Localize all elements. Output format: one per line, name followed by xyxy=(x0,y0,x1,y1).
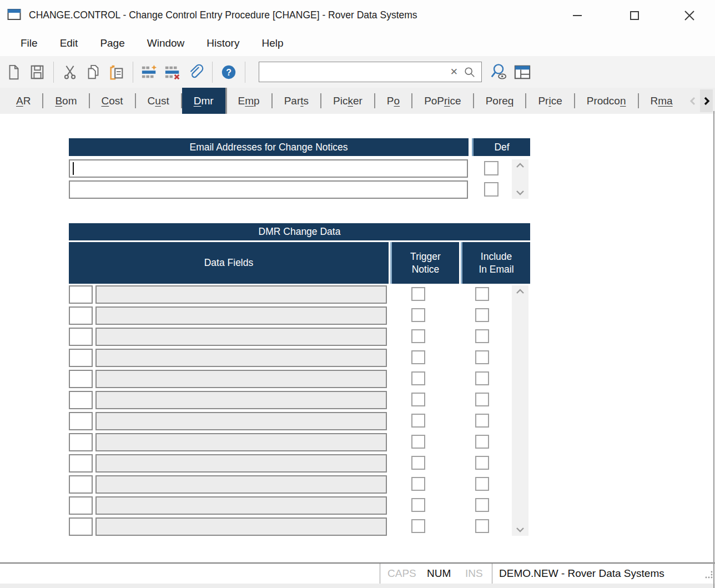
layout-button[interactable] xyxy=(511,60,534,84)
trigger-notice-checkbox[interactable] xyxy=(411,456,425,470)
dmr-field-code-input[interactable] xyxy=(69,496,93,515)
tab-bom[interactable]: Bom xyxy=(43,88,88,114)
menu-page[interactable]: Page xyxy=(89,31,135,56)
trigger-notice-checkbox[interactable] xyxy=(411,308,425,322)
paste-button[interactable] xyxy=(105,60,128,84)
dmr-field-name-display xyxy=(95,328,387,346)
def-checkbox[interactable] xyxy=(484,182,499,197)
include-email-checkbox[interactable] xyxy=(475,477,489,491)
dmr-field-code-input[interactable] xyxy=(69,433,93,451)
email-scrollbar[interactable] xyxy=(512,159,528,199)
dmr-field-code-input[interactable] xyxy=(69,285,93,304)
tab-accelerator: B xyxy=(55,95,62,107)
trigger-notice-checkbox[interactable] xyxy=(411,371,425,385)
menu-history[interactable]: History xyxy=(195,31,250,56)
close-button[interactable] xyxy=(669,0,709,31)
search-input[interactable] xyxy=(265,64,445,81)
trigger-notice-checkbox[interactable] xyxy=(411,414,425,428)
menu-help[interactable]: Help xyxy=(250,31,294,56)
email-address-input[interactable] xyxy=(70,160,467,177)
trigger-notice-checkbox[interactable] xyxy=(411,393,425,406)
app-window: CHANGE.CONTROL - Change Control Entry Pr… xyxy=(0,0,715,588)
email-input-wrap xyxy=(69,159,468,178)
scroll-down-icon[interactable] xyxy=(515,189,525,196)
tab-ar[interactable]: AR xyxy=(4,88,42,114)
new-document-button[interactable] xyxy=(2,60,26,84)
include-email-checkbox[interactable] xyxy=(475,414,489,428)
tab-poprice[interactable]: PoPrice xyxy=(412,88,473,114)
dmr-field-code-input[interactable] xyxy=(69,370,93,388)
dmr-field-code-input[interactable] xyxy=(69,517,93,536)
tab-prodcon[interactable]: Prodcon xyxy=(575,88,638,114)
dmr-field-code-input[interactable] xyxy=(69,412,93,430)
menu-file[interactable]: File xyxy=(9,31,49,56)
tab-cost[interactable]: Cost xyxy=(90,88,135,114)
scroll-up-icon[interactable] xyxy=(515,162,525,169)
dmr-scrollbar[interactable] xyxy=(512,285,528,536)
dmr-field-code-input[interactable] xyxy=(69,391,93,409)
tab-parts[interactable]: Parts xyxy=(273,88,320,114)
tab-dmr[interactable]: Dmr xyxy=(182,88,225,114)
tab-rma[interactable]: Rma xyxy=(639,88,684,114)
dmr-field-code-input[interactable] xyxy=(69,328,93,346)
include-email-checkbox[interactable] xyxy=(475,287,489,301)
tab-emp[interactable]: Emp xyxy=(226,88,271,114)
include-email-checkbox[interactable] xyxy=(475,350,489,364)
include-email-checkbox[interactable] xyxy=(475,519,489,533)
trigger-notice-checkbox[interactable] xyxy=(411,498,425,512)
tab-scroll-right-button[interactable] xyxy=(700,89,713,112)
find-record-button[interactable] xyxy=(487,60,511,84)
dmr-field-code-input[interactable] xyxy=(69,349,93,367)
dmr-field-code-input[interactable] xyxy=(69,454,93,473)
window-right-edge xyxy=(713,111,714,588)
close-icon xyxy=(683,9,696,22)
trigger-notice-checkbox[interactable] xyxy=(411,519,425,533)
include-email-checkbox[interactable] xyxy=(475,308,489,322)
trigger-notice-checkbox[interactable] xyxy=(411,477,425,491)
tab-scroll-left-button[interactable] xyxy=(686,89,699,112)
menu-window[interactable]: Window xyxy=(136,31,196,56)
scroll-down-icon[interactable] xyxy=(515,526,525,533)
include-email-checkbox[interactable] xyxy=(475,329,489,343)
include-email-checkbox[interactable] xyxy=(475,371,489,385)
search-icon[interactable] xyxy=(464,66,476,78)
maximize-button[interactable] xyxy=(615,0,654,31)
help-button[interactable]: ? xyxy=(217,60,240,84)
menu-edit[interactable]: Edit xyxy=(49,31,89,56)
menu-bar: File Edit Page Window History Help xyxy=(0,31,715,56)
tab-picker[interactable]: Picker xyxy=(321,88,374,114)
window-bottom-edge xyxy=(0,584,715,588)
dmr-field-code-input[interactable] xyxy=(69,306,93,325)
tab-label: er xyxy=(353,95,362,107)
tab-po[interactable]: Po xyxy=(375,88,411,114)
tab-cust[interactable]: Cust xyxy=(136,88,181,114)
tab-label: P xyxy=(387,95,394,107)
trigger-notice-checkbox[interactable] xyxy=(411,329,425,343)
include-email-checkbox[interactable] xyxy=(475,393,489,406)
insert-row-button[interactable] xyxy=(138,60,161,84)
email-row xyxy=(69,159,530,178)
toolbar-separator xyxy=(133,62,133,83)
include-email-checkbox[interactable] xyxy=(475,498,489,512)
tab-price[interactable]: Price xyxy=(526,88,573,114)
copy-button[interactable] xyxy=(82,60,105,84)
save-button[interactable] xyxy=(26,60,49,84)
email-address-input[interactable] xyxy=(70,182,467,198)
trigger-notice-checkbox[interactable] xyxy=(411,287,425,301)
cut-button[interactable] xyxy=(58,60,82,84)
include-email-checkbox[interactable] xyxy=(475,435,489,449)
dmr-field-name-display xyxy=(95,306,387,325)
def-checkbox[interactable] xyxy=(484,161,499,175)
dmr-field-code-input[interactable] xyxy=(69,475,93,494)
trigger-notice-checkbox[interactable] xyxy=(411,350,425,364)
tab-poreq[interactable]: Poreq xyxy=(474,88,526,114)
delete-row-button[interactable] xyxy=(161,60,184,84)
search-clear-icon[interactable]: ✕ xyxy=(445,66,464,78)
include-email-checkbox[interactable] xyxy=(475,456,489,470)
resize-grip[interactable] xyxy=(704,570,713,579)
toolbar-separator xyxy=(53,62,54,83)
trigger-notice-checkbox[interactable] xyxy=(411,435,425,449)
attachment-button[interactable] xyxy=(184,60,208,84)
scroll-up-icon[interactable] xyxy=(515,288,525,295)
minimize-button[interactable] xyxy=(557,0,597,31)
